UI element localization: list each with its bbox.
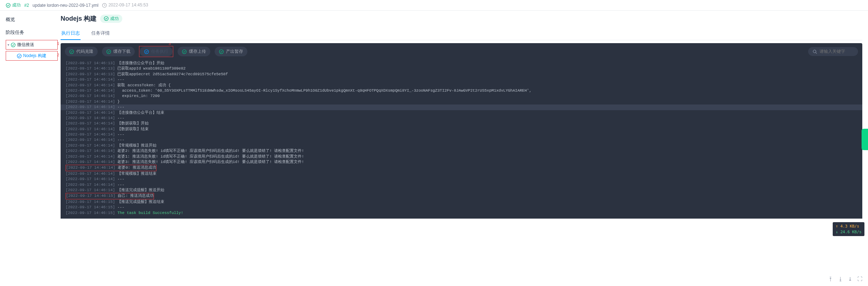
log-message: 【常规模板】推送结束 (115, 172, 157, 176)
log-timestamp: [2022-09-17 14:46:15] (66, 194, 115, 198)
pill-output-stash-box: 产出暂存 (215, 47, 247, 56)
check-circle-icon (6, 3, 11, 8)
pill-cache-upload-box: 缓存上传 (178, 47, 210, 56)
log-timestamp: [2022-09-17 14:46:14] (66, 188, 115, 192)
sidebar-item-nodejs-build[interactable]: Nodejs 构建 (6, 51, 58, 61)
log-message: } (115, 99, 120, 104)
log-line: [2022-09-17 14:46:14] --- (61, 177, 862, 182)
pill-code-clone-box: 代码克隆 (65, 47, 98, 56)
log-timestamp: [2022-09-17 14:46:14] (66, 138, 115, 142)
sidebar-item-wechat-push[interactable]: ▾ 微信推送 (6, 40, 58, 50)
log-timestamp: [2022-09-17 14:46:14] (66, 154, 115, 159)
log-message: The task build Successfully! (115, 211, 183, 215)
run-title: update lordon-neu-2022-09-17.yml (32, 3, 98, 8)
log-timestamp: [2022-09-17 14:46:14] (66, 183, 115, 187)
log-line: [2022-09-17 14:46:13] 已获取appSecret 2d51a… (61, 72, 862, 77)
log-message: 自己: 推送消息成功 (115, 194, 154, 198)
log-line: [2022-09-17 14:46:14] 【数据获取】开始 (61, 121, 862, 126)
log-timestamp: [2022-09-17 14:46:15] (66, 200, 115, 204)
check-circle-icon (219, 49, 224, 54)
annotation-1: 1 (57, 41, 59, 46)
log-timestamp: [2022-09-17 14:46:14] (66, 105, 115, 109)
log-line: [2022-09-17 14:46:14] 【常规模板】推送开始 (61, 143, 862, 148)
clock-icon (102, 2, 107, 8)
log-timestamp: [2022-09-17 14:46:14] (66, 132, 115, 137)
log-message: 【连接微信公众平台】开始 (115, 61, 165, 65)
log-line: [2022-09-17 14:46:14] 老婆3: 推送消息失败! id填写不… (61, 159, 862, 165)
log-line: [2022-09-17 14:46:14] 【常规模板】推送结束 (61, 171, 862, 177)
log-line: [2022-09-17 14:46:13] 已获取appId wxab19811… (61, 66, 862, 71)
log-message: 老婆1: 推送消息失败! id填写不正确! 应该填用户扫码后生成的id! 要么就… (115, 154, 304, 159)
log-timestamp: [2022-09-17 14:46:14] (66, 111, 115, 115)
check-circle-icon (182, 49, 187, 54)
log-message: --- (115, 183, 124, 187)
sidebar-overview[interactable]: 概览 (6, 16, 58, 23)
log-timestamp: [2022-09-17 14:46:14] (66, 116, 115, 120)
log-message: 【常规模板】推送开始 (115, 143, 157, 148)
log-line: [2022-09-17 14:46:14] --- (61, 104, 862, 110)
log-message: 【推送完成提醒】推送开始 (115, 188, 165, 192)
highlighted-log-line: [2022-09-17 14:46:14] 老婆0: 推送消息成功 (66, 165, 156, 171)
pill-cache-upload[interactable]: 缓存上传 (178, 47, 210, 56)
log-message: 已获取appId wxab1981180f309e82 (115, 66, 186, 71)
tab-details[interactable]: 任务详情 (91, 27, 111, 40)
log-line: [2022-09-17 14:46:13] 【连接微信公众平台】开始 (61, 61, 862, 66)
search-icon (812, 49, 817, 54)
header-bar: 成功 #2 update lordon-neu-2022-09-17.yml 2… (0, 0, 868, 11)
check-circle-icon (17, 53, 22, 58)
check-circle-icon (144, 49, 149, 54)
highlighted-log-line: [2022-09-17 14:46:15] 自己: 推送消息成功 (66, 193, 154, 199)
log-toolbar: 代码克隆 缓存下载 3 任务执行 (61, 43, 862, 60)
run-timestamp: 2022-09-17 14:45:53 (102, 2, 148, 8)
log-line: [2022-09-17 14:46:14] --- (61, 182, 862, 188)
log-message: --- (115, 205, 124, 209)
log-message: --- (115, 105, 124, 109)
log-line: [2022-09-17 14:46:14] } (61, 99, 862, 104)
log-timestamp: [2022-09-17 14:46:14] (66, 165, 115, 170)
log-message: 老婆0: 推送消息成功 (115, 165, 156, 170)
sidebar-item-label: 微信推送 (17, 42, 34, 48)
log-message: 已获取appSecret 2d51ac5a89274c7ecd891575cfe… (115, 72, 228, 76)
pill-output-stash[interactable]: 产出暂存 (215, 47, 247, 56)
log-line: [2022-09-17 14:46:15] 自己: 推送消息成功 (61, 193, 862, 199)
log-timestamp: [2022-09-17 14:46:14] (66, 94, 115, 98)
log-line: [2022-09-17 14:46:15] 【推送完成提醒】推送结束 (61, 199, 862, 205)
log-message: 【推送完成提醒】推送结束 (115, 200, 165, 204)
log-search[interactable] (808, 47, 858, 56)
log-line: [2022-09-17 14:46:14] 【连接微信公众平台】结束 (61, 110, 862, 116)
tab-bar: 执行日志 任务详情 (61, 27, 862, 40)
pill-cache-download[interactable]: 缓存下载 (102, 47, 135, 56)
run-status: 成功 (6, 2, 21, 8)
log-message: --- (115, 116, 124, 120)
log-timestamp: [2022-09-17 14:46:14] (66, 160, 115, 164)
sidebar-stage-header: 阶段任务 (6, 29, 58, 36)
main-content: Nodejs 构建 成功 执行日志 任务详情 代码克隆 (61, 11, 868, 219)
annotation-3: 3 (169, 43, 171, 46)
pill-code-clone[interactable]: 代码克隆 (65, 47, 98, 56)
tab-log[interactable]: 执行日志 (61, 27, 81, 40)
log-message: --- (115, 77, 124, 82)
log-message: 老婆3: 推送消息失败! id填写不正确! 应该填用户扫码后生成的id! 要么就… (115, 160, 304, 164)
log-timestamp: [2022-09-17 14:46:15] (66, 211, 115, 215)
check-circle-icon (69, 49, 74, 54)
log-message: 老婆2: 推送消息失败! id填写不正确! 应该填用户扫码后生成的id! 要么就… (115, 149, 304, 153)
log-timestamp: [2022-09-17 14:46:13] (66, 61, 115, 65)
log-timestamp: [2022-09-17 14:46:14] (66, 177, 115, 181)
log-timestamp: [2022-09-17 14:46:13] (66, 72, 115, 76)
log-message: access_token: '60_S5Y3OXPLsTTMMlfS1EdmWh… (115, 88, 531, 93)
log-line: [2022-09-17 14:46:14] 老婆2: 推送消息失败! id填写不… (61, 148, 862, 154)
log-timestamp: [2022-09-17 14:46:14] (66, 121, 115, 126)
status-badge: 成功 (100, 15, 122, 23)
log-timestamp: [2022-09-17 14:46:14] (66, 99, 115, 104)
right-edge-tab[interactable] (862, 129, 868, 150)
log-message: 【数据获取】开始 (115, 121, 149, 126)
log-line: [2022-09-17 14:46:14] 老婆1: 推送消息失败! id填写不… (61, 154, 862, 159)
pill-task-exec[interactable]: 任务执行 (140, 47, 173, 56)
search-input[interactable] (820, 49, 854, 54)
log-body[interactable]: [2022-09-17 14:46:13] 【连接微信公众平台】开始[2022-… (61, 60, 862, 219)
log-line: [2022-09-17 14:46:14] --- (61, 77, 862, 82)
check-circle-icon (106, 49, 111, 54)
log-line: [2022-09-17 14:46:14] 老婆0: 推送消息成功 (61, 165, 862, 171)
log-line: [2022-09-17 14:46:14] --- (61, 132, 862, 137)
log-message: 【数据获取】结束 (115, 127, 149, 131)
